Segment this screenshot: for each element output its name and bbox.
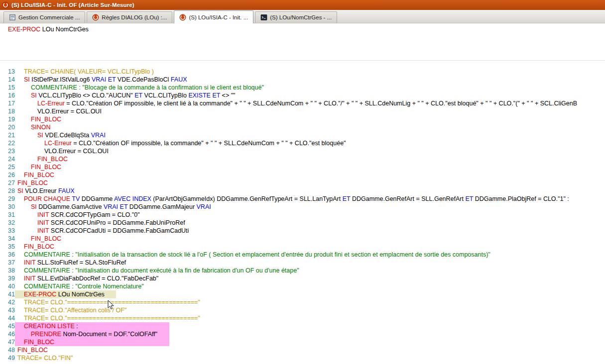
code-text: COMMENTAIRE : "Blocage de la commande à … (15, 84, 264, 91)
line-number: 47 (0, 338, 15, 346)
line-number: 23 (0, 147, 15, 155)
code-line[interactable]: 30SI DDGamme.GamActive VRAI ET DDGamme.G… (0, 203, 605, 211)
code-editor[interactable]: 13TRACE= CHAINE( VALEUR= VCL.CLITypBlo )… (0, 61, 605, 362)
code-line[interactable]: 44TRACE= CLO."==========================… (0, 314, 605, 322)
tab-gestion-commerciale[interactable]: Gestion Commerciale ... (3, 11, 85, 23)
code-line[interactable]: 27FIN_BLOC (0, 179, 605, 187)
code-line[interactable]: 16SI VCL.CLITypBlo <> CLO."AUCUN" ET VCL… (0, 91, 605, 99)
code-text: FIN_BLOC (15, 235, 61, 243)
code-text: CREATION LISTE : (15, 322, 78, 330)
code-line[interactable]: 46PRENDRE Nom-Document = DOF."ColOFAff" (0, 330, 605, 338)
line-number: 17 (0, 99, 15, 107)
line-number: 21 (0, 131, 15, 139)
code-text: FIN_BLOC (15, 346, 48, 354)
code-text: TRACE= CHAINE( VALEUR= VCL.CLITypBlo ) (15, 68, 154, 76)
line-number: 37 (0, 259, 15, 267)
line-number: 41 (0, 290, 15, 298)
code-line[interactable]: 37INIT SLL.StoFluRef = SLA.StoFluRef (0, 259, 605, 267)
code-line[interactable]: 18VLO.Erreur = CGL.OUI (0, 107, 605, 115)
code-line[interactable]: 29POUR CHAQUE TV DDGamme AVEC INDEX (Par… (0, 195, 605, 203)
code-line[interactable]: 45CREATION LISTE : (0, 322, 605, 330)
code-text: COMMENTAIRE : "Controle Nomenclature" (15, 282, 144, 290)
title-bar: (S) LOu/ISIA-C - Init. OF (Article Sur-M… (0, 0, 605, 10)
line-number: 46 (0, 330, 15, 338)
code-text: PRENDRE Nom-Document = DOF."ColOFAff" (15, 330, 157, 338)
code-line[interactable]: 32INIT SCR.CdCOFUniPro = DDGamme.FabUniP… (0, 219, 605, 227)
code-line[interactable]: 39INIT SLL.EvtDiaFabDocRef = CLO."FabDec… (0, 274, 605, 282)
dialog-icon (92, 14, 99, 21)
code-text: FIN_BLOC (15, 155, 68, 163)
tab-label: (S) LOu/ISIA-C - Init. ... (189, 14, 248, 20)
code-line[interactable]: 36COMMENTAIRE : "Initialisation de la tr… (0, 251, 605, 259)
code-line[interactable]: 49TRACE= CLO."FIN" (0, 354, 605, 362)
line-number: 26 (0, 171, 15, 179)
call-preview-keyword: EXE-PROC (8, 26, 40, 33)
line-number: 24 (0, 155, 15, 163)
code-line[interactable]: 26FIN_BLOC (0, 171, 605, 179)
line-number: 40 (0, 282, 15, 290)
window-title: (S) LOu/ISIA-C - Init. OF (Article Sur-M… (11, 2, 134, 8)
code-text: SINON (15, 123, 51, 131)
code-line[interactable]: 14SI IStDefPar.IStValLog6 VRAI ET VDE.Cd… (0, 76, 605, 84)
tab-lou-isia-c[interactable]: (S) LOu/ISIA-C - Init. ... (174, 10, 253, 23)
code-text: LC-Erreur = CLO."Création OF impossible,… (15, 139, 346, 147)
code-line[interactable]: 43TRACE= CLO."Affectation colis / OF" (0, 306, 605, 314)
tab-label: Règles DIALOG (LOu) :... (102, 14, 167, 20)
tab-label: Gestion Commerciale ... (18, 14, 80, 20)
code-text: INIT SCR.CdCOFTypGam = CLO."0" (15, 211, 140, 219)
line-number: 22 (0, 139, 15, 147)
code-text: FIN_BLOC (15, 243, 54, 251)
code-text: SI VDE.CdeBlqSta VRAI (15, 131, 106, 139)
line-number: 33 (0, 227, 15, 235)
call-preview-text: LOu NomCtrGes (40, 26, 89, 33)
code-line[interactable]: 47FIN_BLOC (0, 338, 605, 346)
line-number: 28 (0, 187, 15, 195)
line-number: 30 (0, 203, 15, 211)
line-number: 15 (0, 84, 15, 91)
line-number: 34 (0, 235, 15, 243)
code-line[interactable]: 38COMMENTAIRE : "Initialisation du docum… (0, 267, 605, 274)
code-line[interactable]: 48FIN_BLOC (0, 346, 605, 354)
code-text: TRACE= CLO."============================… (15, 298, 200, 306)
code-text: SI VCL.CLITypBlo <> CLO."AUCUN" ET VCL.C… (15, 91, 236, 99)
line-number: 18 (0, 107, 15, 115)
code-line[interactable]: 17LC-Erreur = CLO."Création OF impossibl… (0, 99, 605, 107)
line-number: 13 (0, 68, 15, 76)
code-line[interactable]: 28SI VLO.Erreur FAUX (0, 187, 605, 195)
line-number: 42 (0, 298, 15, 306)
code-text: FIN_BLOC (15, 338, 54, 346)
line-number: 14 (0, 76, 15, 84)
code-text: SI VLO.Erreur FAUX (15, 187, 75, 195)
code-text: INIT SLL.EvtDiaFabDocRef = CLO."FabDecFa… (15, 274, 158, 282)
line-number: 32 (0, 219, 15, 227)
code-line[interactable]: 19FIN_BLOC (0, 115, 605, 123)
call-preview-panel: EXE-PROC LOu NomCtrGes (0, 23, 605, 61)
code-line[interactable]: 15COMMENTAIRE : "Blocage de la commande … (0, 84, 605, 91)
dialog-app-icon (2, 1, 9, 8)
code-line[interactable]: 35FIN_BLOC (0, 243, 605, 251)
code-line[interactable]: 21SI VDE.CdeBlqSta VRAI (0, 131, 605, 139)
code-line[interactable]: 31INIT SCR.CdCOFTypGam = CLO."0" (0, 211, 605, 219)
tab-regles-dialog[interactable]: Règles DIALOG (LOu) :... (87, 11, 172, 23)
code-text: TRACE= CLO."FIN" (15, 354, 73, 362)
line-number: 25 (0, 163, 15, 171)
code-line[interactable]: 25FIN_BLOC (0, 163, 605, 171)
line-number: 29 (0, 195, 15, 203)
code-line[interactable]: 13TRACE= CHAINE( VALEUR= VCL.CLITypBlo ) (0, 68, 605, 76)
code-line[interactable]: 34FIN_BLOC (0, 235, 605, 243)
code-line[interactable]: 40COMMENTAIRE : "Controle Nomenclature" (0, 282, 605, 290)
code-line[interactable]: 41EXE-PROC LOu NomCtrGes (0, 290, 605, 298)
code-line[interactable]: 20SINON (0, 123, 605, 131)
tab-lou-nomctrges[interactable]: (S) LOu/NomCtrGes - ... (255, 11, 337, 23)
code-text: FIN_BLOC (15, 115, 61, 123)
code-text: LC-Erreur = CLO."Création OF impossible,… (15, 99, 577, 107)
code-text: EXE-PROC LOu NomCtrGes (15, 290, 105, 298)
line-number: 44 (0, 314, 15, 322)
code-line[interactable]: 23VLO.Erreur = CGL.OUI (0, 147, 605, 155)
code-text: SI DDGamme.GamActive VRAI ET DDGamme.Gam… (15, 203, 211, 211)
code-line[interactable]: 33INIT SCR.CdCOFCadUti = DDGamme.FabGamC… (0, 227, 605, 235)
code-line[interactable]: 24FIN_BLOC (0, 155, 605, 163)
code-line[interactable]: 42TRACE= CLO."==========================… (0, 298, 605, 306)
line-number: 20 (0, 123, 15, 131)
code-line[interactable]: 22LC-Erreur = CLO."Création OF impossibl… (0, 139, 605, 147)
